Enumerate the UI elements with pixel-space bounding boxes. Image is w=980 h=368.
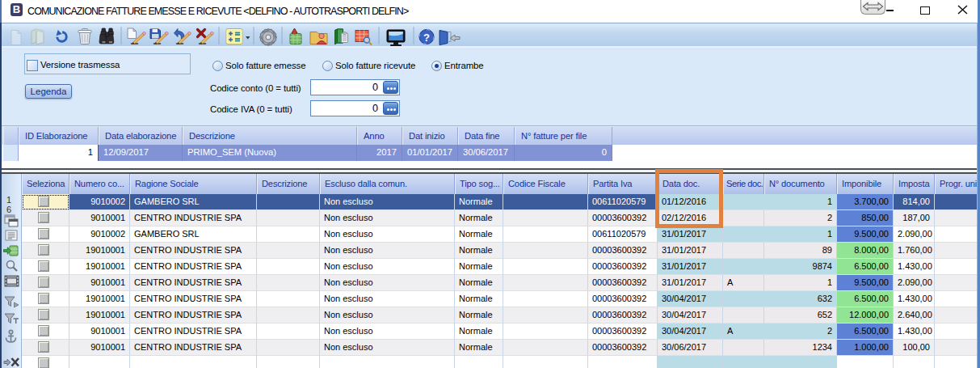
svg-text:?: ? <box>423 32 430 44</box>
